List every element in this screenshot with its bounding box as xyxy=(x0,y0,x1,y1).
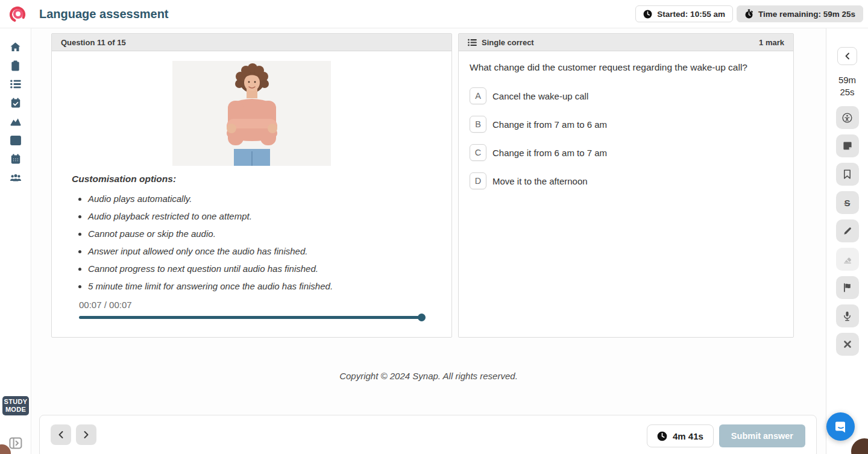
started-time-label: Started: 10:55 am xyxy=(657,10,725,19)
started-time-chip[interactable]: Started: 10:55 am xyxy=(635,5,733,22)
question-image-woman xyxy=(172,61,331,166)
accessibility-button[interactable] xyxy=(836,106,859,129)
list-type-icon xyxy=(468,39,477,46)
options-list: A Cancel the wake-up call B Change it fr… xyxy=(470,86,782,191)
exam-main-area: Question 11 of 15 xyxy=(31,28,826,454)
question-timer-chip: 4m 41s xyxy=(647,424,714,447)
option-c-letter[interactable]: C xyxy=(470,144,486,161)
bullet-item: Audio plays automatically. xyxy=(88,194,451,204)
calendar-icon xyxy=(11,154,20,164)
sidebar-item-assignments[interactable] xyxy=(5,56,27,75)
sidebar-item-results[interactable] xyxy=(5,112,27,131)
option-a[interactable]: A Cancel the wake-up call xyxy=(470,86,782,106)
question-counter: Question 11 of 15 xyxy=(61,38,126,47)
bullet-item: Cannot progress to next question until a… xyxy=(88,263,451,274)
synap-logo-icon xyxy=(8,4,27,24)
option-c[interactable]: C Change it from 6 am to 7 am xyxy=(470,143,782,162)
option-d-letter[interactable]: D xyxy=(470,172,486,189)
copyright-text: Copyright © 2024 Synap. All rights reser… xyxy=(31,371,826,381)
marks-label: 1 mark xyxy=(759,38,784,47)
right-toolbar: 59m 25s S xyxy=(826,28,868,454)
strikethrough-button[interactable]: S xyxy=(836,191,859,214)
sidebar-expand-toggle-icon[interactable] xyxy=(9,437,22,449)
option-a-letter[interactable]: A xyxy=(470,87,486,104)
strikethrough-icon: S xyxy=(844,198,850,208)
audio-seek-slider[interactable] xyxy=(79,316,424,319)
bullet-item: Answer input allowed only once the audio… xyxy=(88,246,451,256)
bullet-item: 5 minute time limit for answering once t… xyxy=(88,281,451,291)
question-text: What change did the customer request reg… xyxy=(470,62,782,73)
option-a-label: Cancel the wake-up call xyxy=(492,91,588,101)
time-remaining-chip[interactable]: Time remaining: 59m 25s xyxy=(737,5,863,22)
users-icon xyxy=(10,174,22,182)
next-question-button[interactable] xyxy=(76,424,96,445)
clipboard-icon xyxy=(11,60,20,71)
question-type-label: Single correct xyxy=(482,38,534,47)
stopwatch-icon xyxy=(744,9,753,19)
study-mode-badge: STUDY MODE xyxy=(2,396,29,415)
dictation-button[interactable] xyxy=(836,304,859,327)
flag-question-button[interactable] xyxy=(836,276,859,299)
chat-bubble-icon xyxy=(834,420,848,434)
home-icon xyxy=(10,42,21,52)
sidebar-item-list[interactable] xyxy=(5,75,27,93)
clock-icon xyxy=(643,10,652,19)
option-c-label: Change it from 6 am to 7 am xyxy=(492,148,607,158)
option-b-letter[interactable]: B xyxy=(470,116,486,133)
universal-access-icon xyxy=(842,113,852,123)
sidebar-item-analytics[interactable] xyxy=(5,131,27,150)
chevron-left-icon xyxy=(57,430,64,439)
option-d-label: Move it to the afternoon xyxy=(492,176,588,186)
option-d[interactable]: D Move it to the afternoon xyxy=(470,171,782,191)
answer-panel-header: Single correct 1 mark xyxy=(459,34,793,51)
submit-answer-button[interactable]: Submit answer xyxy=(719,424,805,447)
bookmark-button[interactable] xyxy=(836,163,859,186)
clock-icon xyxy=(657,431,667,441)
sidebar-time-remaining: 59m 25s xyxy=(834,74,861,98)
eraser-icon xyxy=(843,255,852,264)
option-b-label: Change it from 7 am to 6 am xyxy=(492,119,607,130)
highlight-pen-button[interactable] xyxy=(836,219,859,242)
answer-panel: Single correct 1 mark What change did th… xyxy=(458,33,794,338)
notes-button[interactable] xyxy=(836,134,859,157)
question-timer-value: 4m 41s xyxy=(673,431,703,441)
chevron-right-icon xyxy=(83,430,90,439)
audio-slider-thumb[interactable] xyxy=(418,314,426,321)
left-sidebar: STUDY MODE xyxy=(0,28,31,454)
sidebar-item-calendar[interactable] xyxy=(5,150,27,168)
bottom-navigation-bar: 4m 41s Submit answer xyxy=(39,415,817,454)
page-title: Language assessment xyxy=(39,7,169,21)
close-icon xyxy=(843,340,852,348)
intercom-chat-launcher[interactable] xyxy=(826,412,855,441)
chart-area-icon xyxy=(10,117,21,126)
previous-question-button[interactable] xyxy=(51,424,71,445)
chart-line-icon xyxy=(10,136,21,145)
question-panel: Question 11 of 15 xyxy=(51,33,452,338)
chevron-left-icon xyxy=(844,52,850,60)
list-icon xyxy=(10,80,21,89)
collapse-toolbar-button[interactable] xyxy=(837,47,857,65)
calendar-check-icon xyxy=(11,98,20,108)
customisation-heading: Customisation options: xyxy=(72,174,451,184)
audio-time-display: 00:07 / 00:07 xyxy=(79,300,424,310)
customisation-bullets: Audio plays automatically. Audio playbac… xyxy=(78,194,451,291)
sidebar-item-home[interactable] xyxy=(5,37,27,56)
bullet-item: Cannot pause or skip the audio. xyxy=(88,229,451,239)
sidebar-item-users[interactable] xyxy=(5,168,27,187)
bullet-item: Audio playback restricted to one attempt… xyxy=(88,211,451,221)
audio-player: 00:07 / 00:07 xyxy=(79,300,424,319)
microphone-icon xyxy=(843,311,851,321)
flag-icon xyxy=(843,283,852,292)
top-header: Language assessment Started: 10:55 am Ti… xyxy=(0,0,868,28)
option-b[interactable]: B Change it from 7 am to 6 am xyxy=(470,115,782,134)
close-toolbar-button[interactable] xyxy=(836,333,859,356)
question-panel-header: Question 11 of 15 xyxy=(52,34,451,51)
eraser-button[interactable] xyxy=(836,248,859,271)
bookmark-icon xyxy=(843,169,851,179)
sidebar-item-exams[interactable] xyxy=(5,93,27,112)
sticky-note-icon xyxy=(843,141,852,151)
pencil-icon xyxy=(843,226,852,236)
time-remaining-label: Time remaining: 59m 25s xyxy=(758,10,855,19)
